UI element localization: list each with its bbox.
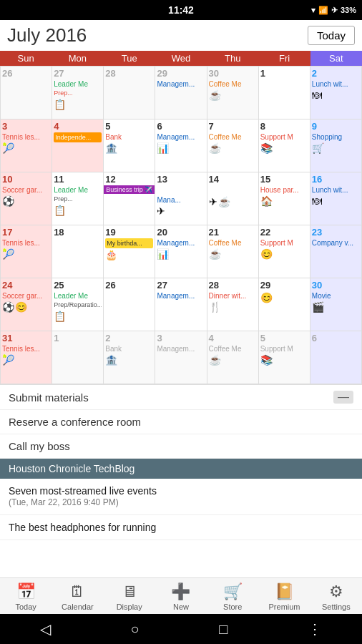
day-headers: Sun Mon Tue Wed Thu Fri Sat [0,51,362,66]
house-icon: 🏠 [260,195,273,207]
collapse-button[interactable]: — [333,391,353,404]
cal-cell-jul19[interactable]: 19 My birthda... 🎂 [104,225,155,278]
cal-cell-aug1[interactable]: 1 [52,331,104,384]
cal-cell-jul23[interactable]: 23 Company v... [310,225,362,278]
cal-cell-jul1[interactable]: 1 [259,67,310,119]
cal-cell-jun26[interactable]: 26 [1,67,52,119]
task-text-boss: Call my boss [9,440,70,452]
cal-cell-jul11[interactable]: 11 Leader Me Prep... 📋 [52,172,104,225]
cal-cell-jul31[interactable]: 31 Tennis les... 🎾 [1,331,52,384]
cal-cell-jul5[interactable]: 5 Bank 🏦 [104,119,155,172]
cal-cell-jul6[interactable]: 6 Managem... 📊 [155,119,207,172]
coffee3-icon: ☕ [218,196,230,208]
back-button[interactable]: ◁ [40,620,51,638]
cal-cell-jul10[interactable]: 10 Soccer gar... ⚽ [1,172,52,225]
cal-cell-jul24[interactable]: 24 Soccer gar... ⚽😊 [1,278,52,331]
calendar-icon: 🗓 [69,582,85,601]
nav-today[interactable]: 📅 Today [8,582,44,611]
cal-cell-jun30[interactable]: 30 Coffee Me ☕ [207,67,259,119]
cal-cell-jun28[interactable]: 28 [104,67,155,119]
nav-display[interactable]: 🖥 Display [112,582,147,611]
news-title-1: Seven most-streamed live events [9,484,353,497]
cal-cell-aug5[interactable]: 5 Support M 📚 [259,331,310,384]
cal-cell-jul13[interactable]: 13 Mana... ✈ [155,172,207,225]
cal-cell-jul15[interactable]: 15 House par... 🏠 [259,172,310,225]
recent-button[interactable]: □ [219,621,228,638]
manage-icon: 📊 [157,142,169,154]
task-conference-room[interactable]: Reserve a conference room [0,410,362,434]
cal-cell-aug6[interactable]: 6 [310,331,362,384]
cal-cell-jul18[interactable]: 18 [52,225,104,278]
nav-calendar[interactable]: 🗓 Calendar [59,582,95,611]
day-header-tue: Tue [104,51,155,66]
bank-icon: 🏦 [105,142,117,154]
day-header-sat: Sat [310,51,362,66]
cal-cell-jul12[interactable]: 12 Business trip ✈️ [104,172,155,225]
tennis-icon: 🎾 [2,142,14,154]
cal-cell-aug2[interactable]: 2 Bank 🏦 [104,331,155,384]
cal-cell-aug3[interactable]: 3 Managem... [155,331,207,384]
menu-button[interactable]: ⋮ [308,620,322,638]
cal-cell-jul4[interactable]: 4 Independe... [52,119,104,172]
task-submit-materials[interactable]: Submit materials — [0,385,362,410]
dinner-icon: 🍴 [209,301,221,313]
cal-cell-jul29[interactable]: 29 😊 [259,278,310,331]
battery-icon: 33% [341,6,356,14]
news-header: Houston Chronicle TechBlog [0,459,362,479]
task-call-boss[interactable]: Call my boss [0,434,362,459]
settings-icon: ⚙ [329,582,343,601]
news-date-1: (Tue, Mar 22, 2016 9:40 PM) [9,497,353,509]
nav-store[interactable]: 🛒 Store [215,582,250,611]
support2-icon: 📚 [260,354,273,366]
cal-cell-jul28[interactable]: 28 Dinner wit... 🍴 [207,278,259,331]
cal-cell-jul2[interactable]: 2 Lunch wit... 🍽 [310,67,362,119]
cal-cell-jul17[interactable]: 17 Tennis les... 🎾 [1,225,52,278]
cal-cell-jul25[interactable]: 25 Leader Me Prep/Reparatio... 📋 [52,278,104,331]
task-text-submit: Submit materials [9,391,89,404]
android-nav: ◁ ○ □ ⋮ [0,614,362,644]
cal-cell-jul22[interactable]: 22 Support M 😊 [259,225,310,278]
cal-cell-jul16[interactable]: 16 Lunch wit... 🍽 [310,172,362,225]
cal-cell-aug4[interactable]: 4 Coffee Me ☕ [207,331,259,384]
coffee5-icon: ☕ [209,354,221,366]
nav-settings[interactable]: ⚙ Settings [318,582,354,611]
news-item-2[interactable]: The best headphones for running [0,515,362,540]
home-button[interactable]: ○ [131,621,140,638]
nav-store-label: Store [223,602,242,611]
cal-cell-jul7[interactable]: 7 Coffee Me ☕ [207,119,259,172]
bottom-nav: 📅 Today 🗓 Calendar 🖥 Display ➕ New 🛒 Sto… [0,577,362,614]
smile3-icon: 😊 [260,292,273,303]
status-time: 11:42 [168,4,194,16]
tennis2-icon: 🎾 [2,248,14,260]
cal-cell-jul27[interactable]: 27 Managem... [155,278,207,331]
cal-cell-jul3[interactable]: 3 Tennis les... 🎾 [1,119,52,172]
bday-icon: 🎂 [105,249,117,260]
news-item-1[interactable]: Seven most-streamed live events (Tue, Ma… [0,479,362,515]
lunch2-icon: 🍽 [312,195,322,207]
nav-settings-label: Settings [322,602,351,611]
coffee-icon: ☕ [209,89,221,101]
nav-premium[interactable]: 📔 Premium [267,582,303,611]
cal-cell-jul20[interactable]: 20 Managem... 📊 [155,225,207,278]
display-icon: 🖥 [122,582,137,601]
plane-icon: ✈ [209,196,217,208]
business-trip-bar: Business trip ✈️ [104,185,155,194]
today-icon: 📅 [16,582,36,601]
calendar-title: July 2016 [7,24,87,47]
cal-cell-jun27[interactable]: 27 Leader Me Prep... 📋 [52,67,104,119]
signal-icon: 📶 [318,6,328,15]
nav-premium-label: Premium [269,602,300,611]
cal-cell-jul9[interactable]: 9 Shopping 🛒 [310,119,362,172]
store-icon: 🛒 [223,582,243,601]
cal-cell-jun29[interactable]: 29 Managem... [155,67,207,119]
cal-cell-jul21[interactable]: 21 Coffee Me ☕ [207,225,259,278]
cal-cell-jul14[interactable]: 14 ✈☕ [207,172,259,225]
cal-cell-jul8[interactable]: 8 Support M 📚 [259,119,310,172]
nav-new[interactable]: ➕ New [163,582,199,611]
nav-new-label: New [173,602,189,611]
soccer-icon: ⚽ [2,195,14,207]
today-button[interactable]: Today [308,26,355,45]
cal-cell-jul30[interactable]: 30 Movie 🎬 [310,278,362,331]
lunch-icon: 🍽 [312,89,322,101]
cal-cell-jul26[interactable]: 26 [104,278,155,331]
